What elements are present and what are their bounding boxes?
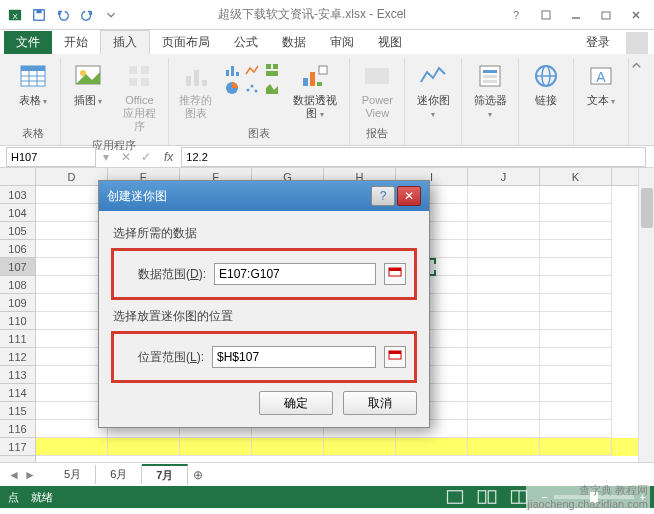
window-title: 超级下载软文资讯-安卓.xlsx - Excel xyxy=(126,6,498,23)
fx-icon[interactable]: fx xyxy=(156,150,181,164)
row-header[interactable]: 108 xyxy=(0,276,35,294)
new-sheet-icon[interactable]: ⊕ xyxy=(188,468,208,482)
svg-rect-49 xyxy=(488,491,496,504)
text-button[interactable]: A 文本 ▾ xyxy=(580,58,622,109)
dialog-close-button[interactable]: ✕ xyxy=(397,186,421,206)
chart-scatter-icon[interactable] xyxy=(244,80,260,96)
table-icon xyxy=(17,60,49,92)
row-header[interactable]: 107 xyxy=(0,258,35,276)
formula-bar: ▾ ✕ ✓ fx xyxy=(0,146,654,168)
cancel-button[interactable]: 取消 xyxy=(343,391,417,415)
svg-point-32 xyxy=(254,90,257,93)
row-header[interactable]: 117 xyxy=(0,438,35,456)
vertical-scrollbar[interactable] xyxy=(638,168,654,462)
ok-button[interactable]: 确定 xyxy=(259,391,333,415)
row-header[interactable]: 114 xyxy=(0,384,35,402)
svg-rect-34 xyxy=(310,72,315,86)
power-view-label: Power View xyxy=(362,94,393,120)
ribbon-collapse-icon[interactable] xyxy=(629,58,644,74)
svg-rect-47 xyxy=(448,491,463,504)
location-range-ref-button[interactable] xyxy=(384,346,406,368)
chart-column-icon[interactable] xyxy=(224,62,240,78)
qat-dropdown-icon[interactable] xyxy=(100,4,122,26)
dialog-help-button[interactable]: ? xyxy=(371,186,395,206)
chart-type-grid[interactable] xyxy=(225,58,279,96)
save-icon[interactable] xyxy=(28,4,50,26)
select-all-corner[interactable] xyxy=(0,168,35,186)
name-box[interactable] xyxy=(6,147,96,167)
insert-table-button[interactable]: 表格 ▾ xyxy=(12,58,54,109)
formula-input[interactable] xyxy=(181,147,646,167)
tab-formulas[interactable]: 公式 xyxy=(222,31,270,54)
row-header[interactable]: 116 xyxy=(0,420,35,438)
text-label: 文本 xyxy=(587,94,609,106)
sparkline-button[interactable]: 迷你图 ▾ xyxy=(411,58,455,122)
chart-hier-icon[interactable] xyxy=(264,62,280,78)
column-header[interactable]: K xyxy=(540,168,612,185)
tab-data[interactable]: 数据 xyxy=(270,31,318,54)
status-mode: 点 xyxy=(8,490,19,505)
restore-icon[interactable] xyxy=(532,4,560,26)
svg-rect-25 xyxy=(236,72,239,76)
tab-login[interactable]: 登录 xyxy=(574,31,622,54)
sheet-tab[interactable]: 5月 xyxy=(50,465,96,484)
svg-rect-18 xyxy=(129,78,137,86)
insert-illustrations-button[interactable]: 插图 ▾ xyxy=(67,58,109,109)
recommended-charts-label: 推荐的 图表 xyxy=(179,94,212,120)
row-header[interactable]: 110 xyxy=(0,312,35,330)
tab-layout[interactable]: 页面布局 xyxy=(150,31,222,54)
group-tables-label: 表格 xyxy=(22,124,44,145)
sheet-nav-prev-icon[interactable]: ◄ xyxy=(6,467,22,483)
data-range-ref-button[interactable] xyxy=(384,263,406,285)
row-header[interactable]: 104 xyxy=(0,204,35,222)
pivot-chart-button[interactable]: 数据透视图 ▾ xyxy=(287,58,343,122)
row-header[interactable]: 113 xyxy=(0,366,35,384)
sheet-nav-next-icon[interactable]: ► xyxy=(22,467,38,483)
tab-review[interactable]: 审阅 xyxy=(318,31,366,54)
redo-icon[interactable] xyxy=(76,4,98,26)
namebox-dropdown-icon[interactable]: ▾ xyxy=(96,150,116,164)
chart-line-icon[interactable] xyxy=(244,62,260,78)
excel-icon[interactable]: X xyxy=(4,4,26,26)
view-layout-icon[interactable] xyxy=(477,489,497,505)
sheet-tab-active[interactable]: 7月 xyxy=(142,464,188,485)
avatar[interactable] xyxy=(626,32,648,54)
close-icon[interactable] xyxy=(622,4,650,26)
dialog-titlebar[interactable]: 创建迷你图 ? ✕ xyxy=(99,181,429,211)
dialog-section-data-label: 选择所需的数据 xyxy=(113,225,417,242)
tab-home[interactable]: 开始 xyxy=(52,31,100,54)
chart-pie-icon[interactable] xyxy=(224,80,240,96)
maximize-icon[interactable] xyxy=(592,4,620,26)
row-header[interactable]: 103 xyxy=(0,186,35,204)
view-normal-icon[interactable] xyxy=(445,489,465,505)
row-header[interactable]: 109 xyxy=(0,294,35,312)
apps-icon xyxy=(123,60,155,92)
hyperlink-label: 链接 xyxy=(535,94,557,107)
row-header[interactable]: 105 xyxy=(0,222,35,240)
help-icon[interactable]: ? xyxy=(502,4,530,26)
enter-formula-icon[interactable]: ✓ xyxy=(136,150,156,164)
undo-icon[interactable] xyxy=(52,4,74,26)
dialog-title: 创建迷你图 xyxy=(107,188,167,205)
sparkline-icon xyxy=(417,60,449,92)
cancel-formula-icon[interactable]: ✕ xyxy=(116,150,136,164)
data-range-input[interactable] xyxy=(214,263,376,285)
row-header[interactable]: 112 xyxy=(0,348,35,366)
chart-area-icon[interactable] xyxy=(264,80,280,96)
row-header[interactable]: 111 xyxy=(0,330,35,348)
minimize-icon[interactable] xyxy=(562,4,590,26)
tab-view[interactable]: 视图 xyxy=(366,31,414,54)
sheet-tab[interactable]: 6月 xyxy=(96,465,142,484)
row-header[interactable]: 106 xyxy=(0,240,35,258)
tab-file[interactable]: 文件 xyxy=(4,31,52,54)
insert-illustrations-label: 插图 xyxy=(74,94,96,106)
hyperlink-button[interactable]: 链接 xyxy=(525,58,567,109)
pivot-chart-label: 数据透视图 xyxy=(293,94,337,119)
tab-insert[interactable]: 插入 xyxy=(100,30,150,54)
highlight-box-1: 数据范围(D): xyxy=(111,248,417,300)
scrollbar-thumb[interactable] xyxy=(641,188,653,228)
row-header[interactable]: 115 xyxy=(0,402,35,420)
column-header[interactable]: J xyxy=(468,168,540,185)
location-range-input[interactable] xyxy=(212,346,376,368)
filter-button[interactable]: 筛选器 ▾ xyxy=(468,58,512,122)
